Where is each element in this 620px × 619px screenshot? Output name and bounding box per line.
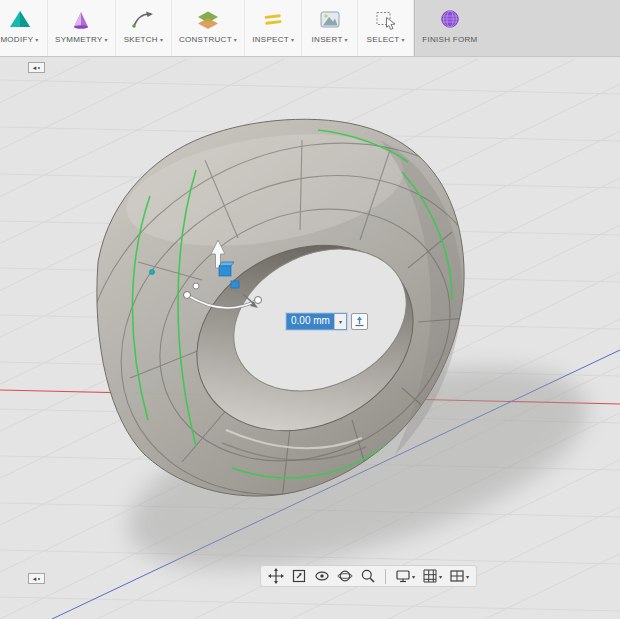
toolbar-item-label: INSPECT — [252, 35, 289, 44]
collapse-arrow-icon: ◂ — [33, 575, 37, 582]
toolbar: MODIFY▾ SYMMETRY▾ SKETCH▾ CONSTRUCT▾ INS — [0, 0, 620, 57]
chevron-down-icon: ▾ — [105, 36, 108, 43]
toolbar-item-label: SKETCH — [124, 35, 158, 44]
chevron-down-icon: ▾ — [160, 36, 163, 43]
chevron-down-icon: ▾ — [35, 36, 38, 43]
display-settings-icon[interactable]: ▾ — [392, 566, 418, 586]
chevron-down-icon: ▾ — [439, 573, 442, 580]
toolbar-item-construct[interactable]: CONSTRUCT▾ — [172, 0, 245, 56]
dimension-action-button[interactable] — [351, 313, 368, 330]
symmetry-icon — [68, 7, 94, 31]
chevron-down-icon: ▾ — [412, 573, 415, 580]
viewports-icon[interactable]: ▾ — [446, 566, 472, 586]
3d-viewport-scene — [0, 57, 620, 619]
pan-icon[interactable] — [265, 566, 287, 586]
toolbar-item-label: SYMMETRY — [55, 35, 103, 44]
toolbar-item-inspect[interactable]: INSPECT▾ — [245, 0, 302, 56]
toolbar-item-symmetry[interactable]: SYMMETRY▾ — [48, 0, 116, 56]
toolbar-item-sketch[interactable]: SKETCH▾ — [116, 0, 172, 56]
chevron-down-icon: ▾ — [291, 36, 294, 43]
fit-view-icon[interactable] — [288, 566, 310, 586]
dimension-input[interactable]: 0.00 mm ▾ — [286, 313, 347, 330]
grid-settings-icon[interactable]: ▾ — [419, 566, 445, 586]
toolbar-empty-area — [485, 0, 620, 56]
arc-end-handle[interactable] — [255, 297, 262, 304]
toolbar-item-insert[interactable]: INSERT▾ — [302, 0, 358, 56]
finish-form-icon — [437, 7, 463, 31]
collapse-arrow-icon: ◂ — [33, 64, 37, 71]
collapse-dot-icon — [38, 578, 40, 580]
toolbar-item-label: SELECT — [367, 35, 400, 44]
toolbar-item-finish-form[interactable]: FINISH FORM — [414, 0, 484, 56]
dimension-input-group: 0.00 mm ▾ — [286, 313, 368, 330]
left-panel-collapse-top[interactable]: ◂ — [28, 62, 45, 73]
modify-icon — [7, 7, 33, 31]
dimension-value[interactable]: 0.00 mm — [287, 314, 334, 329]
chevron-down-icon: ▾ — [345, 36, 348, 43]
arc-end-handle[interactable] — [184, 292, 191, 299]
chevron-down-icon: ▾ — [402, 36, 405, 43]
toolbar-item-label: INSERT — [312, 35, 343, 44]
move-box-handle-small[interactable] — [231, 281, 239, 288]
fusion-window: MODIFY▾ SYMMETRY▾ SKETCH▾ CONSTRUCT▾ INS — [0, 0, 620, 619]
look-at-icon[interactable] — [311, 566, 333, 586]
chevron-down-icon: ▾ — [234, 36, 237, 43]
construct-icon — [195, 7, 221, 31]
chevron-down-icon[interactable]: ▾ — [334, 314, 346, 329]
toolbar-item-modify[interactable]: MODIFY▾ — [0, 0, 48, 56]
left-panel-collapse-bottom[interactable]: ◂ — [28, 573, 45, 584]
chevron-down-icon: ▾ — [466, 573, 469, 580]
toolbar-item-label: CONSTRUCT — [179, 35, 232, 44]
toolbar-item-select[interactable]: SELECT▾ — [358, 0, 414, 56]
sketch-icon — [130, 7, 156, 31]
insert-icon — [317, 7, 343, 31]
zoom-icon[interactable] — [357, 566, 379, 586]
toolbar-item-label: FINISH FORM — [422, 35, 477, 44]
navigation-toolbar: ▾ ▾ ▾ — [260, 565, 477, 587]
selected-vertex-point[interactable] — [150, 270, 155, 275]
viewport[interactable]: 0.00 mm ▾ — [0, 57, 620, 619]
inspect-icon — [260, 7, 286, 31]
toolbar-separator — [385, 569, 386, 584]
collapse-dot-icon — [38, 67, 40, 69]
toolbar-item-label: MODIFY — [0, 35, 33, 44]
select-icon — [373, 7, 399, 31]
manipulator-dot[interactable] — [193, 283, 199, 289]
flip-direction-icon — [354, 316, 365, 327]
orbit-icon[interactable] — [334, 566, 356, 586]
